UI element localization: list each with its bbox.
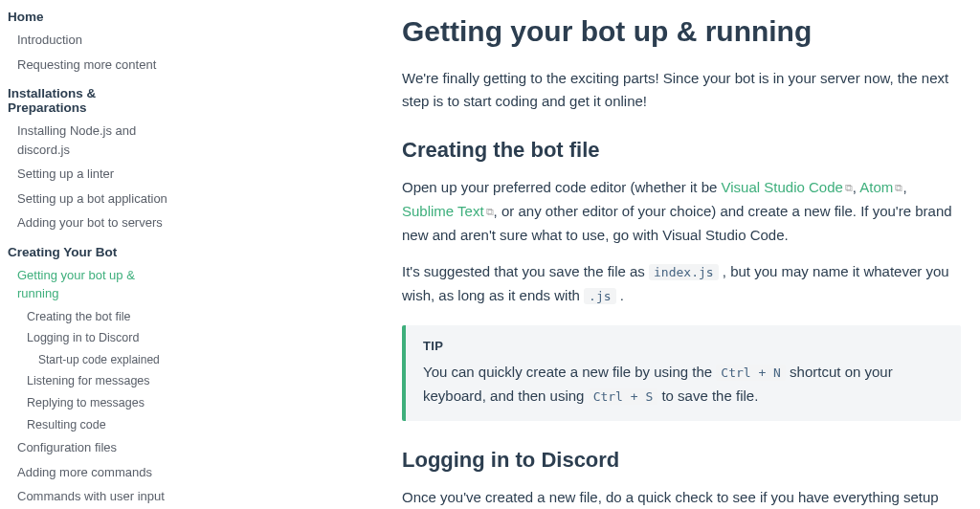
link-vscode[interactable]: Visual Studio Code bbox=[722, 179, 843, 195]
sidebar-heading[interactable]: Home bbox=[8, 4, 182, 28]
main-content: Getting your bot up & running We're fina… bbox=[182, 0, 980, 509]
sidebar-item-creating-file[interactable]: Creating the bot file bbox=[17, 306, 182, 328]
sidebar-item-config-files[interactable]: Configuration files bbox=[8, 435, 182, 460]
tip-text: You can quickly create a new file by usi… bbox=[423, 361, 944, 409]
sidebar-item-more-commands[interactable]: Adding more commands bbox=[8, 460, 182, 485]
inline-code: Ctrl + S bbox=[589, 388, 658, 405]
external-link-icon: ⧉ bbox=[845, 179, 853, 196]
tip-box: TIP You can quickly create a new file by… bbox=[402, 325, 961, 422]
sidebar-item-listening[interactable]: Listening for messages bbox=[17, 370, 182, 392]
sidebar-item-logging-in[interactable]: Logging in to Discord bbox=[17, 327, 182, 349]
sidebar-item-requesting[interactable]: Requesting more content bbox=[8, 53, 182, 77]
inline-code: Ctrl + N bbox=[716, 365, 786, 381]
section-heading-logging: Logging in to Discord bbox=[402, 448, 961, 473]
sidebar-heading[interactable]: Creating Your Bot bbox=[8, 239, 182, 263]
sidebar: Home Introduction Requesting more conten… bbox=[0, 0, 182, 509]
sidebar-item-startup-code[interactable]: Start-up code explained bbox=[29, 349, 182, 370]
sidebar-group-installations: Installations & Preparations Installing … bbox=[8, 80, 182, 235]
inline-code: .js bbox=[584, 288, 615, 304]
link-atom[interactable]: Atom bbox=[859, 179, 893, 195]
sidebar-item-adding-bot[interactable]: Adding your bot to servers bbox=[8, 210, 182, 235]
external-link-icon: ⧉ bbox=[486, 203, 494, 220]
sidebar-item-bot-application[interactable]: Setting up a bot application bbox=[8, 187, 182, 211]
paragraph: Once you've created a new file, do a qui… bbox=[402, 486, 961, 509]
tip-label: TIP bbox=[423, 339, 944, 353]
intro-paragraph: We're finally getting to the exciting pa… bbox=[402, 67, 961, 113]
sidebar-item-installing-node[interactable]: Installing Node.js and discord.js bbox=[8, 119, 182, 162]
paragraph: It's suggested that you save the file as… bbox=[402, 260, 961, 308]
section-heading-creating: Creating the bot file bbox=[402, 138, 961, 163]
sidebar-item-introduction[interactable]: Introduction bbox=[8, 28, 182, 53]
sidebar-item-linter[interactable]: Setting up a linter bbox=[8, 162, 182, 187]
sidebar-group-home: Home Introduction Requesting more conten… bbox=[8, 4, 182, 77]
page-title: Getting your bot up & running bbox=[402, 15, 961, 48]
link-sublime[interactable]: Sublime Text bbox=[402, 203, 484, 219]
sidebar-item-resulting[interactable]: Resulting code bbox=[17, 414, 182, 436]
sidebar-heading[interactable]: Installations & Preparations bbox=[8, 80, 182, 119]
sidebar-item-user-input[interactable]: Commands with user input (a.k.a. "argume… bbox=[8, 484, 182, 509]
inline-code: index.js bbox=[649, 264, 719, 280]
sidebar-item-replying[interactable]: Replying to messages bbox=[17, 392, 182, 414]
sidebar-group-creating-bot: Creating Your Bot Getting your bot up & … bbox=[8, 239, 182, 510]
paragraph: Open up your preferred code editor (whet… bbox=[402, 176, 961, 247]
sidebar-item-getting-up[interactable]: Getting your bot up & running bbox=[8, 263, 182, 306]
